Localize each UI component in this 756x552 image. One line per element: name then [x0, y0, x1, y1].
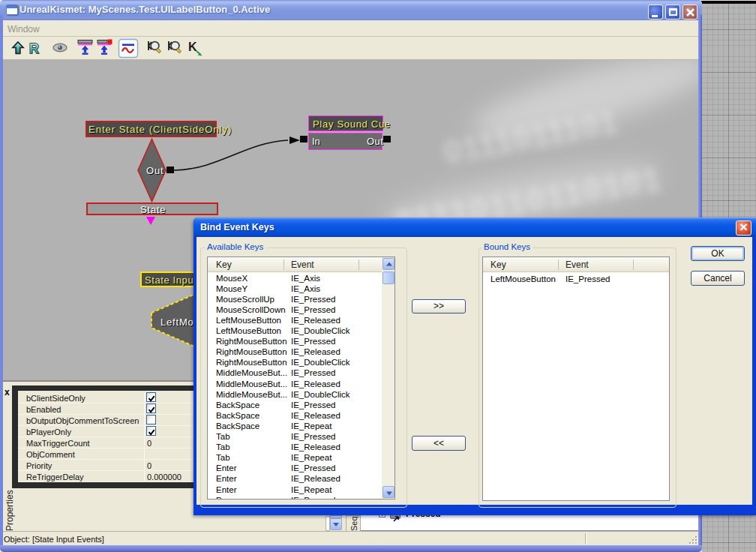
svg-text:K: K [188, 40, 197, 53]
svg-text:R: R [29, 41, 39, 56]
